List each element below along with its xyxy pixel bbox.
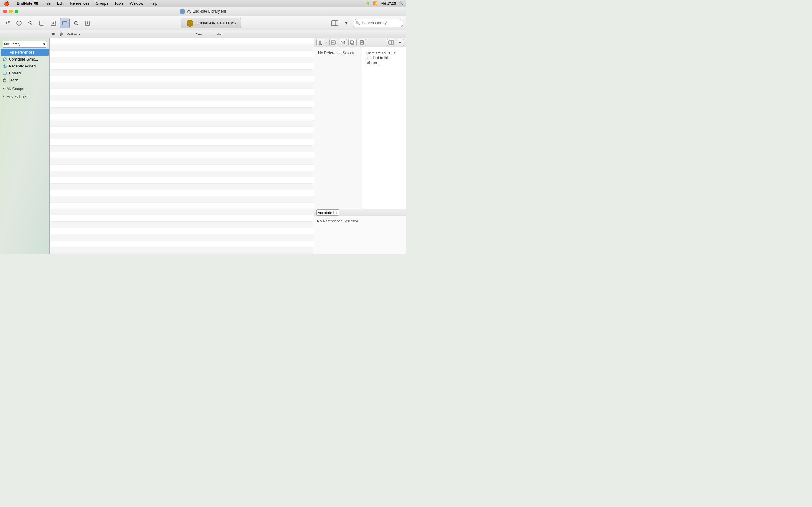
table-row[interactable] [50, 120, 314, 127]
table-row[interactable] [50, 222, 314, 228]
attach-dropdown-arrow[interactable]: ▾ [326, 41, 328, 44]
sync-btn[interactable]: ↺ [3, 18, 13, 28]
my-groups-chevron-icon: ▼ [3, 87, 5, 90]
copy-ref-btn[interactable] [348, 39, 357, 46]
open-ref-btn[interactable] [329, 39, 338, 46]
svg-rect-29 [3, 79, 6, 82]
layout-split-btn[interactable] [387, 39, 395, 46]
sidebar-item-all-references[interactable]: All References [1, 49, 49, 56]
table-row[interactable] [50, 234, 314, 241]
menubar-groups[interactable]: Groups [95, 1, 109, 6]
clock: Mié 17:25 [380, 2, 396, 5]
toolbar: ↺ THOMSON REUTERS ▾ [0, 16, 406, 31]
sidebar-item-configure-sync[interactable]: Configure Sync... [0, 56, 49, 63]
table-row[interactable] [50, 228, 314, 234]
table-row[interactable] [50, 190, 314, 196]
maximize-button[interactable] [14, 9, 18, 13]
find-duplicate-btn[interactable] [26, 18, 36, 28]
table-row[interactable] [50, 247, 314, 253]
table-row[interactable] [50, 216, 314, 222]
col-header-title[interactable]: Title [214, 32, 406, 36]
export-btn[interactable] [83, 18, 93, 28]
search-input[interactable] [353, 19, 403, 27]
new-reference-btn[interactable] [14, 18, 24, 28]
sidebar: My Library ▾ All References Configure Sy… [0, 38, 50, 253]
ref-panel-toggle-btn[interactable] [330, 18, 340, 28]
table-row[interactable] [50, 101, 314, 108]
sidebar-item-unfiled[interactable]: Unfiled [0, 70, 49, 77]
trash-icon [3, 78, 7, 82]
table-row[interactable] [50, 139, 314, 146]
layout-dropdown-btn[interactable]: ▾ [341, 18, 351, 28]
attach-pdf-btn[interactable] [316, 39, 324, 46]
table-row[interactable] [50, 95, 314, 101]
table-row[interactable] [50, 146, 314, 152]
sidebar-item-recently-added[interactable]: Recently Added [0, 63, 49, 70]
apple-menu[interactable]: 🍎 [3, 1, 10, 6]
table-row[interactable] [50, 70, 314, 76]
find-fulltext-btn[interactable] [37, 18, 47, 28]
col-header-year[interactable]: Year [195, 32, 214, 36]
table-row[interactable] [50, 241, 314, 247]
minimize-button[interactable] [9, 9, 13, 13]
table-row[interactable] [50, 184, 314, 190]
table-row[interactable] [50, 196, 314, 203]
main-layout: My Library ▾ All References Configure Sy… [0, 38, 406, 253]
table-row[interactable] [50, 133, 314, 139]
svg-rect-40 [351, 41, 353, 44]
svg-point-22 [4, 51, 7, 54]
thomson-reuters-btn[interactable]: THOMSON REUTERS [181, 18, 242, 28]
menubar: 🍎 EndNote X8 File Edit References Groups… [0, 0, 406, 7]
table-row[interactable] [50, 165, 314, 171]
sort-arrow-icon: ▲ [78, 33, 81, 36]
email-ref-btn[interactable] [339, 39, 347, 46]
menubar-help[interactable]: Help [148, 1, 159, 6]
table-row[interactable] [50, 63, 314, 70]
table-row[interactable] [50, 108, 314, 114]
table-row[interactable] [50, 51, 314, 57]
no-pdfs-label: There are no PDFs attached to this refer… [366, 51, 396, 65]
online-search-btn[interactable] [71, 18, 81, 28]
menubar-endnote[interactable]: EndNote X8 [15, 1, 39, 6]
table-row[interactable] [50, 127, 314, 133]
reference-list[interactable] [50, 38, 314, 253]
col-header-author[interactable]: Author ▲ [66, 32, 195, 36]
toolbar-center: THOMSON REUTERS [94, 18, 328, 28]
menubar-references[interactable]: References [68, 1, 90, 6]
table-row[interactable] [50, 114, 314, 120]
layout-toggle-group: ▾ [387, 39, 404, 46]
table-row[interactable] [50, 76, 314, 82]
close-button[interactable] [3, 9, 7, 13]
sidebar-section-my-groups[interactable]: ▼ My Groups [0, 86, 49, 91]
table-row[interactable] [50, 209, 314, 216]
table-row[interactable] [50, 82, 314, 89]
table-row[interactable] [50, 203, 314, 209]
notes-panel: No References Selected [314, 216, 406, 253]
sidebar-item-trash[interactable]: Trash [0, 77, 49, 83]
menubar-file[interactable]: File [43, 1, 52, 6]
ref-detail-main: No Reference Selected [314, 47, 362, 209]
annotated-label: Annotated [318, 211, 334, 215]
library-dropdown[interactable]: My Library ▾ [3, 41, 47, 48]
table-row[interactable] [50, 152, 314, 158]
sidebar-section-find-full-text[interactable]: ▼ Find Full Text [0, 94, 49, 99]
table-row[interactable] [50, 177, 314, 184]
window-title: My EndNote Library.enl [186, 9, 226, 14]
search-icon[interactable]: 🔍 [399, 1, 403, 5]
menubar-window[interactable]: Window [129, 1, 145, 6]
svg-point-21 [52, 33, 55, 35]
table-row[interactable] [50, 57, 314, 63]
table-row[interactable] [50, 38, 314, 44]
import-btn[interactable] [48, 18, 58, 28]
table-row[interactable] [50, 89, 314, 95]
local-library-btn[interactable] [60, 18, 70, 28]
annotated-select[interactable]: Annotated ⇕ [316, 210, 339, 216]
save-ref-btn[interactable] [358, 39, 366, 46]
table-row[interactable] [50, 44, 314, 51]
menubar-edit[interactable]: Edit [56, 1, 65, 6]
table-row[interactable] [50, 158, 314, 165]
table-row[interactable] [50, 171, 314, 177]
column-headers: Author ▲ Year Title [0, 31, 406, 38]
layout-dropdown-arrow-btn[interactable]: ▾ [396, 39, 404, 46]
menubar-tools[interactable]: Tools [113, 1, 125, 6]
